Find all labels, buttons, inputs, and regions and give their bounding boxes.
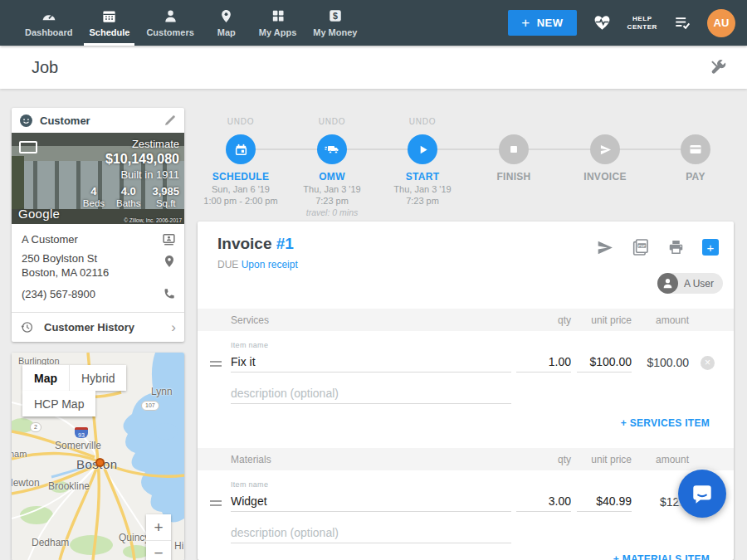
stat-beds: 4 Beds bbox=[83, 185, 105, 209]
zestimate-block: Zestimate $10,149,080 Built in 1911 4 Be… bbox=[83, 138, 179, 209]
schedule-icon bbox=[101, 7, 117, 25]
map-label-brookline: Brookline bbox=[48, 480, 90, 492]
add-materials-item-link[interactable]: + MATERIALS ITEM bbox=[613, 553, 710, 560]
customer-name: A Customer bbox=[22, 232, 78, 246]
map-type-control: Map Hybrid HCP Map bbox=[22, 365, 126, 416]
nav-label: My Money bbox=[313, 27, 357, 37]
stat-label: Beds bbox=[83, 197, 105, 209]
pdf-icon[interactable]: PDF bbox=[632, 238, 650, 256]
drag-handle-icon[interactable] bbox=[210, 361, 222, 369]
stat-baths: 4.0 Baths bbox=[116, 185, 140, 209]
job-location-marker[interactable] bbox=[95, 458, 105, 467]
map-label-waltham: ham bbox=[12, 449, 27, 459]
zillow-attribution: © Zillow, Inc. 2006-2017 bbox=[124, 217, 182, 223]
job-workflow: UNDO SCHEDULE Sun, Jan 6 '19 1:00 pm - 2… bbox=[198, 104, 734, 222]
google-watermark: Google bbox=[18, 207, 60, 221]
print-icon[interactable] bbox=[667, 239, 685, 256]
help-center-line1: HELP bbox=[627, 15, 658, 23]
customer-history-row[interactable]: Customer History › bbox=[12, 313, 184, 342]
calendar-icon bbox=[226, 134, 256, 164]
step-travel-note: travel: 0 mins bbox=[281, 207, 383, 217]
help-center-button[interactable]: HELP CENTER bbox=[627, 15, 658, 32]
location-pin-icon[interactable] bbox=[163, 254, 176, 280]
nav-label: Schedule bbox=[89, 27, 129, 37]
nav-label: Map bbox=[217, 27, 236, 37]
page-title: Job bbox=[32, 58, 58, 77]
assignee-chip[interactable]: A User bbox=[657, 273, 723, 294]
undo-link[interactable]: UNDO bbox=[379, 117, 466, 126]
drag-handle-icon[interactable] bbox=[210, 500, 222, 509]
nav-tab-my-apps[interactable]: My Apps bbox=[251, 0, 305, 46]
zoom-in-button[interactable]: + bbox=[146, 514, 171, 540]
send-invoice-icon[interactable] bbox=[596, 240, 614, 256]
user-avatar[interactable]: AU bbox=[707, 9, 735, 37]
step-label: INVOICE bbox=[562, 171, 648, 183]
add-invoice-icon[interactable]: + bbox=[702, 239, 719, 256]
map-card: Burlington Lynn 107 2 93 Somerville ham … bbox=[12, 353, 184, 560]
delete-item-icon[interactable]: × bbox=[701, 356, 715, 370]
job-header-bar: Job bbox=[0, 46, 747, 89]
undo-link[interactable]: UNDO bbox=[289, 117, 375, 126]
zoom-out-button[interactable]: − bbox=[146, 540, 171, 560]
customer-card-header: Customer bbox=[12, 108, 184, 133]
edit-pencil-icon[interactable] bbox=[164, 114, 177, 127]
map-zoom-control: + − bbox=[146, 514, 171, 560]
map-type-map-button[interactable]: Map bbox=[22, 365, 69, 391]
add-services-item-link[interactable]: + SERVICES ITEM bbox=[621, 417, 710, 429]
step-date: Thu, Jan 3 '19 bbox=[281, 184, 383, 194]
new-button[interactable]: + NEW bbox=[508, 10, 576, 36]
nav-tab-my-money[interactable]: $ My Money bbox=[305, 0, 365, 46]
material-unit-price-input[interactable] bbox=[577, 490, 632, 512]
nav-label: My Apps bbox=[259, 27, 296, 37]
step-label: SCHEDULE bbox=[198, 171, 284, 183]
service-unit-price-input[interactable] bbox=[577, 351, 632, 373]
stat-sqft: 3,985 Sq.ft bbox=[152, 185, 179, 209]
chat-launcher-button[interactable] bbox=[678, 470, 726, 518]
undo-link[interactable]: UNDO bbox=[198, 117, 284, 126]
route-2-shield: 2 bbox=[30, 422, 42, 432]
stat-value: 4.0 bbox=[116, 185, 140, 197]
customer-address: 250 Boylston St Boston, MA 02116 bbox=[22, 251, 109, 280]
nav-tab-customers[interactable]: Customers bbox=[138, 0, 202, 46]
address-line1: 250 Boylston St bbox=[22, 252, 97, 265]
map-type-hybrid-button[interactable]: Hybrid bbox=[69, 365, 126, 391]
step-label: START bbox=[379, 171, 466, 183]
due-terms-link[interactable]: Upon receipt bbox=[242, 259, 298, 270]
step-time: 1:00 pm - 2:00 pm bbox=[189, 196, 292, 206]
invoice-number: #1 bbox=[276, 235, 294, 252]
truck-icon bbox=[317, 134, 347, 164]
material-item-name-input[interactable] bbox=[231, 490, 511, 512]
material-qty-input[interactable] bbox=[516, 490, 571, 512]
svg-text:PDF: PDF bbox=[638, 244, 646, 248]
dashboard-icon bbox=[41, 7, 57, 25]
service-item-name-input[interactable] bbox=[231, 351, 511, 373]
plus-icon: + bbox=[521, 16, 530, 30]
task-list-icon[interactable] bbox=[673, 15, 691, 31]
phone-icon[interactable] bbox=[163, 287, 176, 301]
nav-tab-dashboard[interactable]: Dashboard bbox=[17, 0, 81, 46]
assignee-name: A User bbox=[684, 278, 714, 290]
nav-tab-schedule[interactable]: Schedule bbox=[81, 0, 138, 46]
map-type-hcp-button[interactable]: HCP Map bbox=[22, 391, 95, 416]
zestimate-value: $10,149,080 bbox=[83, 151, 179, 168]
contact-card-icon[interactable] bbox=[162, 232, 176, 246]
stop-icon bbox=[499, 134, 529, 164]
material-description-input[interactable] bbox=[231, 522, 511, 543]
money-icon: $ bbox=[328, 7, 343, 25]
nav-tab-map[interactable]: Map bbox=[203, 0, 251, 46]
workflow-connector bbox=[241, 149, 696, 150]
service-qty-input[interactable] bbox=[516, 351, 571, 373]
property-stats: 4 Beds 4.0 Baths 3,985 Sq.ft bbox=[83, 185, 179, 209]
col-amount: amount bbox=[656, 454, 689, 465]
apps-grid-icon bbox=[271, 7, 286, 25]
map-type-row: Map Hybrid bbox=[22, 365, 126, 391]
credit-card-icon bbox=[681, 134, 710, 164]
job-tools-icon[interactable] bbox=[709, 58, 727, 76]
street-view-icon[interactable] bbox=[19, 141, 37, 153]
health-pulse-icon[interactable] bbox=[593, 14, 612, 32]
step-date: Thu, Jan 3 '19 bbox=[371, 184, 474, 194]
customer-name-row: A Customer bbox=[22, 232, 176, 246]
chevron-right-icon: › bbox=[171, 320, 176, 334]
zestimate-label: Zestimate bbox=[83, 138, 179, 151]
service-description-input[interactable] bbox=[231, 382, 511, 404]
